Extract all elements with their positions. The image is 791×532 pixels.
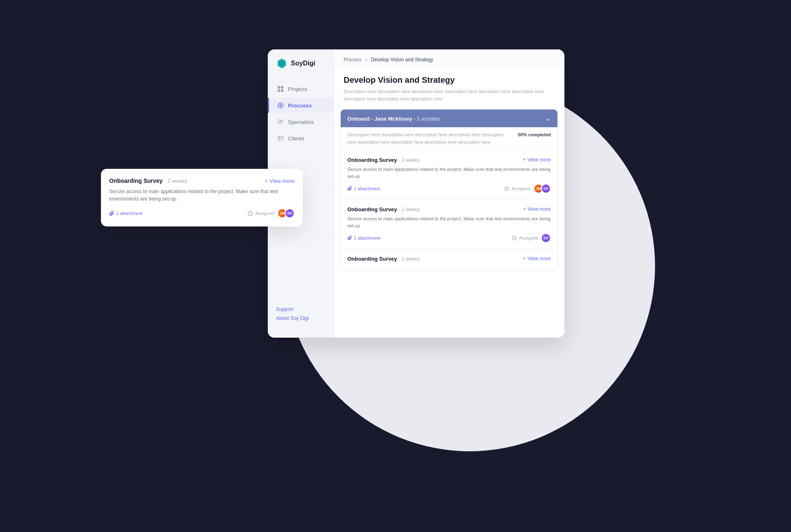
breadcrumb-parent[interactable]: Process xyxy=(344,57,361,63)
floating-attachment-link[interactable]: 1 attachment xyxy=(109,211,143,216)
attachment-link-2[interactable]: 1 attachment xyxy=(347,236,380,240)
floating-view-more-button[interactable]: + View more xyxy=(264,178,295,184)
avatars-2: SD xyxy=(541,233,551,243)
avatar-1b: SD xyxy=(541,184,551,194)
sidebar-item-specialists[interactable]: Specialists xyxy=(268,114,333,129)
svg-point-12 xyxy=(278,120,281,122)
sidebar-item-projects[interactable]: Projects xyxy=(268,82,333,96)
breadcrumb-separator: > xyxy=(365,57,367,63)
activity-2-title: Onboarding Survey xyxy=(347,206,397,212)
section-chevron-icon: ⌄ xyxy=(545,114,551,122)
activity-3-title: Onboarding Survey xyxy=(347,256,397,262)
floating-card-duration: 2 weeks xyxy=(168,178,187,184)
section-header[interactable]: Onboard - Jane Mckinsey · 5 activities ⌄ xyxy=(341,110,557,127)
floating-avatars: JM SD xyxy=(277,208,295,218)
svg-rect-4 xyxy=(278,89,280,92)
section-description-text: Description here description here descri… xyxy=(347,131,511,146)
attachment-link-1[interactable]: 1 attachment xyxy=(347,186,380,191)
avatar-2a: SD xyxy=(541,233,551,243)
projects-label: Projects xyxy=(288,86,307,92)
svg-point-9 xyxy=(280,107,281,108)
specialists-icon xyxy=(277,119,284,125)
svg-rect-14 xyxy=(278,136,283,140)
support-link[interactable]: Support xyxy=(276,306,325,312)
floating-card-sep: · xyxy=(164,178,167,184)
soydigi-logo-icon xyxy=(276,58,288,69)
svg-rect-3 xyxy=(281,86,283,89)
activity-card-3: Onboarding Survey · 2 weeks + View more xyxy=(341,249,557,271)
activity-2-sep: · xyxy=(399,207,402,212)
svg-point-11 xyxy=(283,105,283,106)
activity-3-weeks: 2 weeks xyxy=(402,256,420,262)
logo: SoyDigi xyxy=(268,58,333,82)
page-title: Develop Vision and Strategy xyxy=(344,75,555,85)
sidebar-item-process[interactable]: Proccess xyxy=(268,98,333,113)
sidebar-footer: Support About Soy Digi xyxy=(268,298,333,329)
view-more-button-3[interactable]: + View more xyxy=(523,256,551,261)
section-activities: 5 activities xyxy=(417,116,440,122)
process-icon xyxy=(277,102,284,109)
svg-point-8 xyxy=(280,103,281,103)
logo-text: SoyDigi xyxy=(291,60,316,67)
breadcrumb: Process > Develop Vision and Strategy xyxy=(334,49,564,67)
app-window: SoyDigi Projects xyxy=(268,49,564,338)
section-block: Onboard - Jane Mckinsey · 5 activities ⌄… xyxy=(340,109,558,271)
svg-rect-5 xyxy=(281,89,283,92)
floating-clock-icon xyxy=(248,211,253,216)
floating-attachment-icon xyxy=(109,211,115,216)
svg-point-13 xyxy=(281,120,283,121)
attachment-icon xyxy=(347,186,352,191)
floating-avatar-2: SD xyxy=(285,208,295,218)
activity-card-2: Onboarding Survey · 2 weeks + View more … xyxy=(341,200,557,249)
activity-1-weeks: 2 weeks xyxy=(402,157,420,163)
floating-card-desc: Secure access to main applications relat… xyxy=(109,188,295,203)
main-content: Process > Develop Vision and Strategy De… xyxy=(334,49,564,338)
clients-label: Clients xyxy=(288,135,304,142)
activity-2-desc: Secure access to main applications relat… xyxy=(347,215,551,229)
process-label: Proccess xyxy=(288,103,312,109)
attachment-icon-2 xyxy=(347,236,352,240)
status-info-1: Assigned xyxy=(504,186,530,191)
specialists-label: Specialists xyxy=(288,119,314,125)
about-link[interactable]: About Soy Digi xyxy=(276,315,325,321)
section-description-row: Description here description here descri… xyxy=(341,127,557,150)
completion-badge: 50% completed xyxy=(518,131,551,139)
view-more-button-1[interactable]: + View more xyxy=(523,157,551,163)
clock-icon-1 xyxy=(504,186,509,191)
clients-icon xyxy=(277,135,284,142)
activity-1-desc: Secure access to main applications relat… xyxy=(347,166,551,180)
activity-card-1: Onboarding Survey · 2 weeks + View more … xyxy=(341,150,557,200)
avatars-1: JM SD xyxy=(534,184,551,194)
status-info-2: Assigned xyxy=(512,236,538,240)
projects-icon xyxy=(277,86,284,92)
activity-3-sep: · xyxy=(399,256,402,262)
breadcrumb-current: Develop Vision and Strategy xyxy=(371,57,433,63)
view-more-button-2[interactable]: + View more xyxy=(523,206,551,212)
floating-card: Onboarding Survey · 2 weeks + View more … xyxy=(101,169,303,226)
page-header: Develop Vision and Strategy Description … xyxy=(334,67,564,109)
sidebar-item-clients[interactable]: Clients xyxy=(268,131,333,146)
activity-1-title: Onboarding Survey xyxy=(347,157,397,163)
page-description: Description here description here descri… xyxy=(344,88,555,103)
svg-point-10 xyxy=(278,105,278,106)
clock-icon-2 xyxy=(512,236,517,240)
floating-status-info: Assigned xyxy=(248,211,274,216)
activity-2-weeks: 2 weeks xyxy=(402,207,420,212)
section-title: Onboard - Jane Mckinsey xyxy=(347,116,412,122)
activity-1-duration: · xyxy=(399,157,402,163)
svg-point-7 xyxy=(280,105,282,107)
svg-rect-2 xyxy=(278,86,280,89)
floating-card-title: Onboarding Survey xyxy=(109,177,163,184)
